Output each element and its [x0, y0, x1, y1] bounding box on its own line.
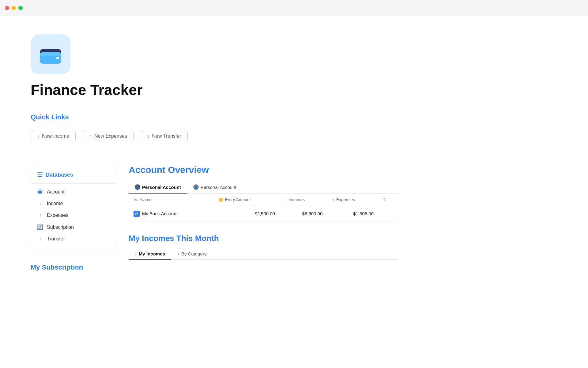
new-income-button[interactable]: ↓ New Income — [31, 130, 76, 142]
bank-icon: 🏛 — [37, 189, 43, 195]
new-expenses-label: New Expenses — [94, 133, 127, 139]
by-category-icon: ↓ — [177, 251, 179, 256]
incomes-col-icon: ↓ — [285, 197, 287, 202]
quick-links-heading: Quick Links — [31, 113, 398, 121]
transfer-icon: ↕ — [147, 133, 150, 139]
right-column: Account Overview 👤 Personal Account 👤 Pe… — [129, 165, 398, 260]
tab-by-category[interactable]: ↓ By Category — [171, 248, 213, 260]
databases-label: Databases — [46, 172, 73, 178]
sidebar-account-label: Account — [47, 189, 65, 195]
entry-amount-col-label: Entry Amount — [225, 197, 251, 202]
sidebar-item-transfer[interactable]: ↕ Transfer — [31, 233, 116, 245]
sidebar-income-label: Income — [47, 201, 63, 206]
expenses-col-icon: ↑ — [332, 197, 334, 202]
titlebar — [0, 0, 588, 16]
databases-icon: ☰ — [37, 171, 43, 178]
bank-row-icon: 🏦 — [134, 211, 140, 217]
account-tabs-row: 👤 Personal Account 👤 Personal Account — [129, 181, 398, 194]
new-transfer-button[interactable]: ↕ New Transfer — [141, 130, 188, 142]
my-incomes-section: My Incomes This Month ↓ My Incomes ↓ By … — [129, 234, 398, 260]
cell-name: 🏦 My Bank Account — [129, 206, 213, 221]
close-button[interactable] — [5, 6, 9, 10]
account-tab-icon-1: 👤 — [135, 184, 140, 190]
table-header-row: Aa Name 🪙 Entry Amount — [129, 194, 398, 206]
sidebar-item-income[interactable]: ↓ Income — [31, 198, 116, 209]
new-expenses-button[interactable]: ↑ New Expenses — [83, 130, 134, 142]
account-tab-icon-2: 👤 — [193, 184, 199, 190]
tab-my-incomes[interactable]: ↓ My Incomes — [129, 248, 171, 260]
two-col-layout: ☰ Databases 🏛 Account ↓ Income ↑ Expense… — [31, 165, 398, 275]
my-incomes-icon: ↓ — [135, 251, 137, 256]
table-row: 🏦 My Bank Account $2,500.00 $6,600.00 — [129, 206, 398, 221]
databases-box: ☰ Databases 🏛 Account ↓ Income ↑ Expense… — [31, 165, 116, 251]
sidebar-transfer-label: Transfer — [47, 236, 65, 242]
expenses-icon: ↑ — [37, 213, 43, 218]
tab-by-category-label: By Category — [181, 251, 207, 256]
tab-my-incomes-label: My Incomes — [139, 251, 165, 256]
quick-links-row: ↓ New Income ↑ New Expenses ↕ New Transf… — [31, 130, 398, 150]
tab-personal-account-2[interactable]: 👤 Personal Account — [187, 181, 243, 194]
new-income-label: New Income — [42, 133, 69, 139]
cell-expenses: $1,306.00 — [327, 206, 379, 221]
account-overview: Account Overview 👤 Personal Account 👤 Pe… — [129, 165, 398, 221]
account-overview-table: Aa Name 🪙 Entry Amount — [129, 194, 398, 221]
minimize-button[interactable] — [12, 6, 16, 10]
cell-expenses-value: $1,306.00 — [353, 211, 374, 216]
col-sigma: Σ — [379, 194, 398, 206]
name-col-label: Name — [140, 197, 152, 202]
entry-amount-col-icon: 🪙 — [218, 197, 223, 202]
tab-personal-account-1-label: Personal Account — [142, 185, 181, 190]
left-column: ☰ Databases 🏛 Account ↓ Income ↑ Expense… — [31, 165, 116, 275]
download-icon: ↓ — [37, 133, 40, 139]
col-expenses: ↑ Expenses — [327, 194, 379, 206]
page-title: Finance Tracker — [31, 82, 398, 98]
svg-rect-3 — [40, 52, 61, 56]
cell-entry-amount: $2,500.00 — [213, 206, 280, 221]
my-incomes-title: My Incomes This Month — [129, 234, 398, 243]
sidebar-item-account[interactable]: 🏛 Account — [31, 186, 116, 198]
incomes-tabs-row: ↓ My Incomes ↓ By Category — [129, 248, 398, 260]
quick-links-section: Quick Links ↓ New Income ↑ New Expenses … — [31, 113, 398, 150]
cell-name-value: My Bank Account — [142, 211, 178, 216]
quick-links-divider — [31, 125, 398, 125]
cell-incomes-value: $6,600.00 — [302, 211, 323, 216]
income-icon: ↓ — [37, 201, 43, 206]
col-incomes: ↓ Incomes — [280, 194, 327, 206]
wallet-icon-svg — [37, 40, 64, 68]
col-entry-amount: 🪙 Entry Amount — [213, 194, 280, 206]
sidebar-item-expenses[interactable]: ↑ Expenses — [31, 209, 116, 221]
upload-icon: ↑ — [89, 133, 92, 139]
databases-header: ☰ Databases — [31, 171, 116, 184]
subscription-icon: 🔄 — [37, 224, 43, 230]
tab-personal-account-2-label: Personal Account — [201, 185, 236, 190]
cell-sigma — [379, 206, 398, 221]
transfer-sidebar-icon: ↕ — [37, 236, 43, 242]
sigma-col-label: Σ — [383, 197, 386, 202]
cell-entry-amount-value: $2,500.00 — [254, 211, 275, 216]
sidebar-subscription-label: Subscription — [47, 224, 74, 230]
my-subscription-heading: My Subscription — [31, 263, 116, 271]
name-col-icon: Aa — [134, 197, 138, 202]
main-content: Finance Tracker Quick Links ↓ New Income… — [0, 16, 429, 293]
col-name: Aa Name — [129, 194, 213, 206]
cell-incomes: $6,600.00 — [280, 206, 327, 221]
account-overview-title: Account Overview — [129, 165, 398, 175]
expenses-col-label: Expenses — [336, 197, 355, 202]
app-icon — [31, 34, 70, 74]
incomes-col-label: Incomes — [288, 197, 305, 202]
tab-personal-account-1[interactable]: 👤 Personal Account — [129, 181, 187, 194]
maximize-button[interactable] — [18, 6, 23, 10]
sidebar-expenses-label: Expenses — [47, 213, 68, 218]
new-transfer-label: New Transfer — [152, 133, 181, 139]
sidebar-item-subscription[interactable]: 🔄 Subscription — [31, 221, 116, 233]
svg-point-2 — [56, 57, 59, 59]
my-subscription-section: My Subscription — [31, 263, 116, 271]
